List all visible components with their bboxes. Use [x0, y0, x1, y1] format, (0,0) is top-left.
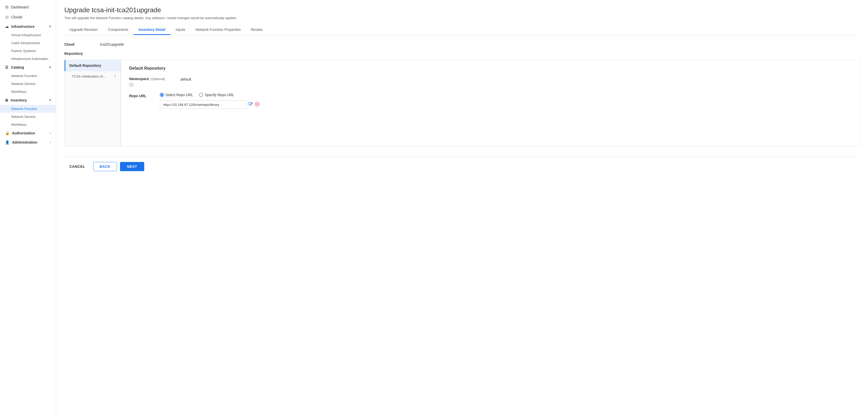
inventory-icon: ⊞ — [5, 98, 8, 102]
sidebar-item-clouds[interactable]: ◎ Clouds — [0, 12, 56, 22]
repo-sidebar-item-tcsa-init[interactable]: TCSA Initialization ch... ↑ — [65, 71, 121, 81]
page-title: Upgrade tcsa-init-tca201upgrade — [64, 6, 860, 14]
authorization-icon: 🔒 — [5, 131, 9, 135]
specify-repo-url-radio[interactable] — [199, 93, 203, 97]
select-repo-url-option[interactable]: Select Repo URL — [160, 93, 193, 97]
next-button[interactable]: NEXT — [120, 162, 144, 171]
catalog-icon: ☰ — [5, 65, 8, 69]
cloud-value: tca201upgrade — [100, 42, 124, 46]
cloud-label: Cloud — [64, 42, 95, 46]
repository-container: Default Repository TCSA Initialization c… — [64, 60, 860, 146]
tab-upgrade-revision[interactable]: Upgrade Revision — [64, 25, 103, 35]
sidebar: ⊞ Dashboard ◎ Clouds ☁ Infrastructure ▾ … — [0, 0, 56, 417]
chevron-right-icon: › — [50, 141, 51, 144]
namespace-info-icon[interactable]: i — [129, 83, 133, 87]
repo-detail-title: Default Repository — [129, 66, 851, 71]
chevron-down-icon: ▾ — [49, 99, 51, 102]
chevron-down-icon: ▾ — [49, 66, 51, 69]
tab-components[interactable]: Components — [103, 25, 133, 35]
repo-url-label: Repo URL — [129, 93, 150, 98]
sidebar-sub-item-inventory-workflows[interactable]: Workflows — [0, 120, 56, 129]
page-subtitle: This will upgrade the Network Function c… — [64, 16, 860, 20]
repo-url-input[interactable] — [160, 101, 247, 109]
tab-review[interactable]: Review — [246, 25, 268, 35]
sidebar-sub-item-inventory-network-service[interactable]: Network Service — [0, 113, 56, 120]
sidebar-sub-item-caas-infrastructure[interactable]: CaaS Infrastructure — [0, 39, 56, 47]
infrastructure-icon: ☁ — [5, 25, 9, 29]
select-repo-url-radio[interactable] — [160, 93, 164, 97]
repository-section-label: Repository — [64, 51, 860, 56]
close-circle-icon[interactable] — [255, 102, 259, 108]
repo-url-field: Repo URL Select Repo URL Specify Repo UR… — [129, 93, 851, 109]
tab-network-function-properties[interactable]: Network Function Properties — [190, 25, 246, 35]
administration-icon: 👤 — [5, 140, 9, 144]
sidebar-section-catalog[interactable]: ☰ Catalog ▾ — [0, 63, 56, 72]
sidebar-sub-item-catalog-network-function[interactable]: Network Function — [0, 72, 56, 80]
sidebar-sub-item-catalog-network-service[interactable]: Network Service — [0, 80, 56, 88]
url-field-container — [160, 101, 259, 109]
sidebar-section-authorization[interactable]: 🔒 Authorization › — [0, 129, 56, 138]
namespace-value: default — [181, 77, 191, 81]
external-link-icon[interactable] — [249, 102, 253, 107]
repo-detail-panel: Default Repository Namespace (Optional) … — [121, 60, 860, 146]
dashboard-icon: ⊞ — [5, 5, 8, 9]
upload-icon[interactable]: ↑ — [114, 74, 116, 79]
sidebar-section-infrastructure[interactable]: ☁ Infrastructure ▾ — [0, 22, 56, 31]
namespace-field: Namespace (Optional) i default — [129, 77, 851, 87]
repo-url-radio-group: Select Repo URL Specify Repo URL — [160, 93, 259, 97]
repo-sidebar-item-default[interactable]: Default Repository — [65, 60, 121, 71]
repo-sidebar: Default Repository TCSA Initialization c… — [65, 60, 121, 146]
sidebar-sub-item-infrastructure-automation[interactable]: Infrastructure Automation — [0, 55, 56, 63]
sidebar-section-administration[interactable]: 👤 Administration › — [0, 138, 56, 147]
chevron-down-icon: ▾ — [49, 25, 51, 28]
chevron-right-icon: › — [50, 131, 51, 135]
sidebar-sub-item-catalog-workflows[interactable]: Workflows — [0, 88, 56, 96]
sidebar-section-inventory[interactable]: ⊞ Inventory ▾ — [0, 96, 56, 105]
footer-buttons: CANCEL BACK NEXT — [64, 157, 860, 171]
clouds-icon: ◎ — [5, 14, 9, 20]
sidebar-sub-item-partner-systems[interactable]: Partner Systems — [0, 47, 56, 55]
sidebar-item-dashboard[interactable]: ⊞ Dashboard — [0, 2, 56, 12]
tabs-container: Upgrade Revision Components Inventory De… — [64, 25, 860, 35]
namespace-label: Namespace (Optional) — [129, 77, 165, 81]
cancel-button[interactable]: CANCEL — [64, 162, 90, 171]
sidebar-sub-item-virtual-infrastructure[interactable]: Virtual Infrastructure — [0, 31, 56, 39]
tab-inputs[interactable]: Inputs — [170, 25, 190, 35]
tab-inventory-detail[interactable]: Inventory Detail — [133, 25, 170, 35]
main-content: Upgrade tcsa-init-tca201upgrade This wil… — [56, 0, 868, 417]
sidebar-sub-item-inventory-network-function[interactable]: Network Function — [0, 105, 56, 113]
cloud-field-row: Cloud tca201upgrade — [64, 42, 860, 46]
back-button[interactable]: BACK — [93, 162, 117, 171]
specify-repo-url-option[interactable]: Specify Repo URL — [199, 93, 234, 97]
